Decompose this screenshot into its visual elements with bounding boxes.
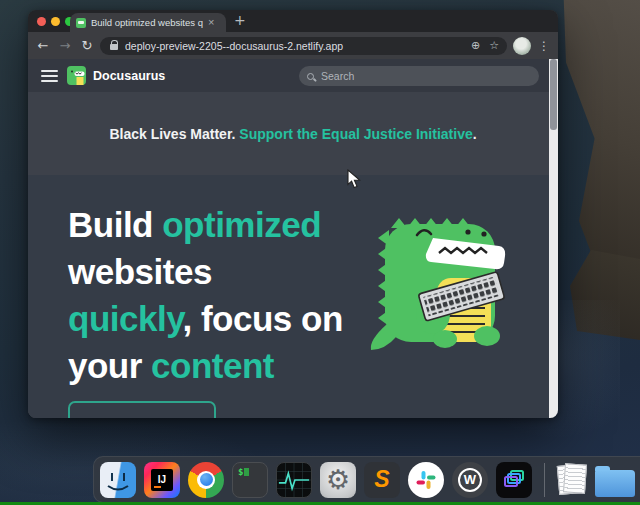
tab-close-icon[interactable]: × bbox=[208, 17, 214, 28]
docusaurus-mascot-illustration bbox=[365, 208, 515, 356]
dock-icon-screen-share-app[interactable] bbox=[496, 462, 532, 498]
dock-icon-workplace[interactable]: W bbox=[452, 462, 488, 498]
reload-icon[interactable]: ↻ bbox=[76, 38, 98, 53]
terminal-prompt-glyph: $ bbox=[238, 467, 243, 477]
intellij-glyph: IJ bbox=[151, 469, 173, 491]
site-title[interactable]: Docusaurus bbox=[93, 69, 165, 83]
scrollbar-thumb[interactable] bbox=[550, 59, 557, 130]
overlapping-screens-icon bbox=[503, 469, 525, 491]
announcement-suffix: . bbox=[473, 126, 477, 142]
dock-icon-activity-monitor[interactable] bbox=[276, 462, 312, 498]
dock-icon-finder[interactable] bbox=[100, 462, 136, 498]
docusaurus-logo-icon[interactable] bbox=[67, 66, 86, 85]
dock-icon-terminal[interactable]: $ bbox=[232, 462, 268, 498]
tab-title: Build optimized websites quick bbox=[91, 17, 203, 28]
announcement-link[interactable]: Support the Equal Justice Initiative bbox=[239, 126, 472, 142]
announcement-text: Black Lives Matter. bbox=[109, 126, 239, 142]
dock-icon-documents-stack[interactable] bbox=[557, 462, 587, 498]
forward-icon: → bbox=[54, 38, 76, 53]
dock-icon-system-preferences[interactable]: ⚙ bbox=[320, 462, 356, 498]
workplace-glyph: W bbox=[464, 472, 476, 487]
hero-heading: Build optimized websites quickly, focus … bbox=[68, 201, 398, 389]
announcement-bar: Black Lives Matter. Support the Equal Ju… bbox=[28, 92, 558, 175]
slack-pinwheel-icon bbox=[416, 470, 436, 490]
sublime-glyph: S bbox=[374, 466, 389, 493]
window-controls bbox=[37, 17, 74, 26]
search-icon bbox=[307, 73, 314, 80]
dock-icon-chrome[interactable] bbox=[188, 462, 224, 498]
search-box[interactable] bbox=[299, 66, 539, 86]
lock-icon[interactable] bbox=[110, 44, 118, 50]
browser-tab[interactable]: Build optimized websites quick × bbox=[70, 13, 226, 32]
browser-toolbar: ← → ↻ deploy-preview-2205--docusaurus-2.… bbox=[28, 32, 558, 59]
dock-icon-sublime-text[interactable]: S bbox=[364, 462, 400, 498]
mouse-cursor bbox=[347, 169, 361, 189]
hero-cta-button[interactable] bbox=[68, 401, 216, 418]
desktop: Build optimized websites quick × + ← → ↻… bbox=[0, 0, 640, 505]
site-navbar: Docusaurus bbox=[28, 59, 558, 92]
back-icon[interactable]: ← bbox=[32, 38, 54, 53]
gear-icon: ⚙ bbox=[326, 466, 350, 493]
zoom-page-icon[interactable]: ⊕ bbox=[471, 39, 480, 52]
dock-icon-intellij-idea[interactable]: IJ bbox=[144, 462, 180, 498]
new-tab-button[interactable]: + bbox=[234, 12, 246, 28]
page-viewport: Docusaurus Black Lives Matter. Support t… bbox=[28, 59, 558, 418]
address-bar[interactable]: deploy-preview-2205--docusaurus-2.netlif… bbox=[100, 37, 507, 55]
dock-divider bbox=[544, 463, 545, 497]
browser-window: Build optimized websites quick × + ← → ↻… bbox=[28, 10, 558, 418]
browser-menu-icon[interactable]: ⋮ bbox=[538, 39, 550, 53]
docusaurus-favicon-icon bbox=[76, 18, 86, 28]
dock-icon-downloads-folder[interactable] bbox=[595, 470, 635, 497]
dock-icon-slack[interactable] bbox=[408, 462, 444, 498]
profile-avatar[interactable] bbox=[513, 37, 531, 55]
minimize-window-button[interactable] bbox=[51, 17, 60, 26]
url-text: deploy-preview-2205--docusaurus-2.netlif… bbox=[125, 40, 462, 52]
close-window-button[interactable] bbox=[37, 17, 46, 26]
bookmark-star-icon[interactable]: ☆ bbox=[489, 39, 499, 52]
hamburger-menu-icon[interactable] bbox=[41, 70, 58, 82]
hero-section: Build optimized websites quickly, focus … bbox=[28, 175, 558, 418]
tab-strip: Build optimized websites quick × + bbox=[28, 10, 558, 32]
search-input[interactable] bbox=[321, 70, 531, 82]
page-scrollbar[interactable] bbox=[549, 59, 558, 418]
dock: IJ $ ⚙ S bbox=[93, 456, 640, 503]
